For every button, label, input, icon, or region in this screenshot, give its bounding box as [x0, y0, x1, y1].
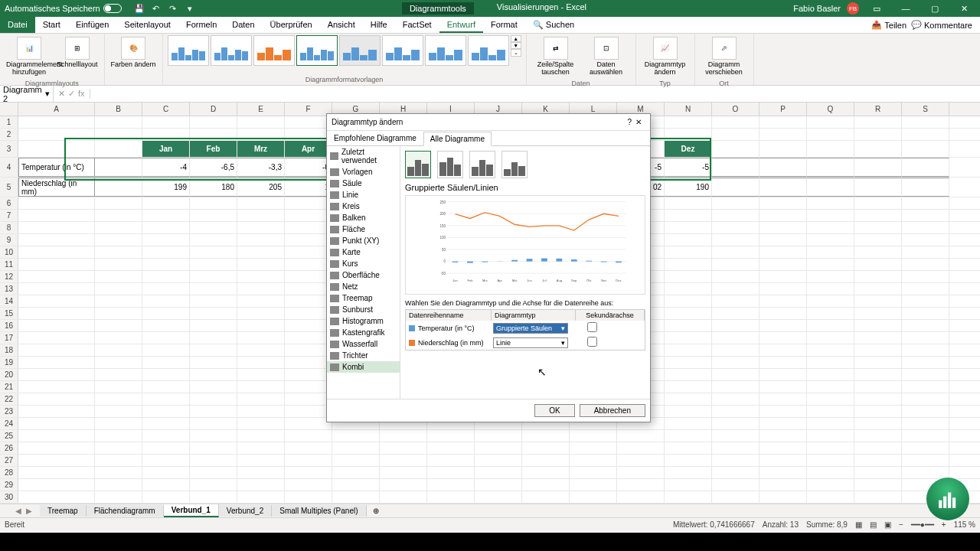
gallery-down-icon[interactable]: ▼ [511, 42, 521, 49]
sheet-tab-verbund1[interactable]: Verbund_1 [164, 504, 219, 517]
gallery-up-icon[interactable]: ▲ [511, 35, 521, 42]
view-normal-icon[interactable]: ▦ [855, 520, 862, 529]
subtype-combo[interactable] [469, 151, 495, 178]
zoom-out-icon[interactable]: − [899, 520, 903, 529]
cancel-formula-icon[interactable]: ✕ [58, 89, 65, 99]
category-item[interactable]: Wasserfall [327, 338, 400, 350]
tab-file[interactable]: Datei [0, 17, 35, 33]
category-item[interactable]: Kreis [327, 201, 400, 212]
category-item[interactable]: Zuletzt verwendet [327, 146, 400, 166]
category-item[interactable]: Kurs [327, 258, 400, 269]
dialog-title: Diagrammtyp ändern [332, 118, 627, 126]
tab-factset[interactable]: FactSet [395, 17, 439, 33]
series1-type-dropdown[interactable]: Gruppierte Säulen▾ [493, 323, 568, 334]
user-name[interactable]: Fabio Basler [793, 4, 841, 13]
tab-start[interactable]: Start [35, 17, 68, 33]
autosave-toggle[interactable]: Automatisches Speichern [5, 4, 122, 13]
tab-all-charts[interactable]: Alle Diagramme [423, 132, 492, 146]
tab-review[interactable]: Überprüfen [263, 17, 320, 33]
zoom-slider[interactable]: ━━●━━ [911, 520, 934, 529]
add-chart-element-button[interactable]: 📊Diagrammelement hinzufügen [5, 35, 54, 78]
ribbon-display-icon[interactable]: ▭ [865, 4, 888, 14]
tab-recommended[interactable]: Empfohlene Diagramme [327, 131, 423, 145]
view-layout-icon[interactable]: ▤ [870, 520, 877, 529]
chart-style-gallery[interactable] [168, 35, 509, 66]
sheet-prev-icon[interactable]: ◀ [15, 507, 21, 515]
series1-secondary-checkbox[interactable] [587, 322, 597, 332]
svg-text:150: 150 [439, 224, 446, 228]
change-colors-button[interactable]: 🎨Farben ändern [109, 35, 158, 70]
category-item[interactable]: Balken [327, 212, 400, 223]
ok-button[interactable]: OK [534, 404, 574, 417]
category-item[interactable]: Vorlagen [327, 166, 400, 178]
category-item[interactable]: Kombi [327, 361, 400, 373]
svg-text:Feb: Feb [467, 279, 473, 282]
comments-button[interactable]: 💬 Kommentare [911, 20, 972, 30]
ribbon: 📊Diagrammelement hinzufügen ⊞Schnelllayo… [0, 34, 980, 86]
sheet-next-icon[interactable]: ▶ [26, 507, 32, 515]
share-button[interactable]: 📤 Teilen [871, 20, 906, 30]
redo-icon[interactable]: ↷ [168, 3, 178, 14]
change-chart-type-button[interactable]: 📈Diagrammtyp ändern [641, 35, 690, 78]
tab-layout[interactable]: Seitenlayout [116, 17, 178, 33]
quick-layout-button[interactable]: ⊞Schnelllayout [55, 35, 100, 70]
formula-bar: Diagramm 2▾ ✕✓fx [0, 86, 980, 103]
qat-more-icon[interactable]: ▾ [185, 3, 195, 14]
category-item[interactable]: Trichter [327, 350, 400, 361]
undo-icon[interactable]: ↶ [151, 3, 162, 14]
category-item[interactable]: Karte [327, 246, 400, 258]
save-icon[interactable]: 💾 [134, 3, 145, 14]
close-icon[interactable]: ✕ [952, 4, 975, 14]
subtype-clustered[interactable] [405, 151, 431, 178]
zoom-level[interactable]: 115 % [954, 520, 975, 529]
svg-text:Jan: Jan [452, 279, 458, 282]
series2-type-dropdown[interactable]: Linie▾ [493, 337, 568, 348]
category-item[interactable]: Oberfläche [327, 269, 400, 281]
category-item[interactable]: Sunburst [327, 304, 400, 315]
svg-rect-15 [467, 262, 473, 263]
name-box[interactable]: Diagramm 2▾ [0, 85, 54, 103]
chart-preview: -50050100150200250JanFebMrzAprMaiJunJulA… [405, 195, 645, 295]
tab-formulas[interactable]: Formeln [178, 17, 224, 33]
sheet-tab-small-multiples[interactable]: Small Multiples (Panel) [272, 505, 366, 517]
subtype-stacked[interactable] [437, 151, 463, 178]
switch-row-col-button[interactable]: ⇄Zeile/Spalte tauschen [531, 35, 580, 78]
category-item[interactable]: Histogramm [327, 315, 400, 327]
enter-formula-icon[interactable]: ✓ [68, 89, 75, 99]
tab-format[interactable]: Format [483, 17, 525, 33]
sheet-tab-area[interactable]: Flächendiagramm [87, 505, 164, 517]
category-item[interactable]: Punkt (XY) [327, 235, 400, 246]
minimize-icon[interactable]: — [894, 4, 917, 13]
svg-text:Jun: Jun [527, 279, 532, 282]
category-item[interactable]: Netz [327, 281, 400, 292]
fx-icon[interactable]: fx [78, 89, 85, 99]
search-button[interactable]: 🔍 Suchen [525, 17, 582, 33]
category-item[interactable]: Treemap [327, 292, 400, 304]
gallery-more-icon[interactable]: ⌄ [511, 49, 521, 57]
category-item[interactable]: Säule [327, 178, 400, 189]
tab-data[interactable]: Daten [224, 17, 262, 33]
sheet-tab-verbund2[interactable]: Verbund_2 [219, 505, 272, 517]
select-data-button[interactable]: ⊡Daten auswählen [582, 35, 631, 78]
category-item[interactable]: Fläche [327, 223, 400, 235]
cancel-button[interactable]: Abbrechen [580, 404, 645, 417]
subtype-custom[interactable] [501, 151, 528, 178]
tab-insert[interactable]: Einfügen [68, 17, 116, 33]
sheet-tab-treemap[interactable]: Treemap [40, 505, 87, 517]
maximize-icon[interactable]: ▢ [923, 4, 946, 14]
move-chart-button[interactable]: ⬀Diagramm verschieben [700, 35, 749, 78]
user-avatar[interactable]: FB [847, 2, 859, 15]
view-break-icon[interactable]: ▣ [884, 520, 891, 529]
tab-design[interactable]: Entwurf [439, 17, 483, 33]
add-sheet-button[interactable]: ⊕ [367, 505, 385, 517]
zoom-in-icon[interactable]: + [942, 520, 946, 529]
series2-secondary-checkbox[interactable] [587, 337, 597, 347]
category-item[interactable]: Kastengrafik [327, 327, 400, 338]
status-bar: Bereit Mittelwert: 0,741666667 Anzahl: 1… [0, 517, 980, 531]
dialog-close-icon[interactable]: ✕ [632, 118, 645, 126]
category-item[interactable]: Linie [327, 189, 400, 201]
tab-view[interactable]: Ansicht [320, 17, 363, 33]
chart-category-list: Zuletzt verwendetVorlagenSäuleLinieKreis… [327, 146, 400, 399]
tab-help[interactable]: Hilfe [363, 17, 395, 33]
select-all-corner[interactable] [0, 103, 18, 116]
